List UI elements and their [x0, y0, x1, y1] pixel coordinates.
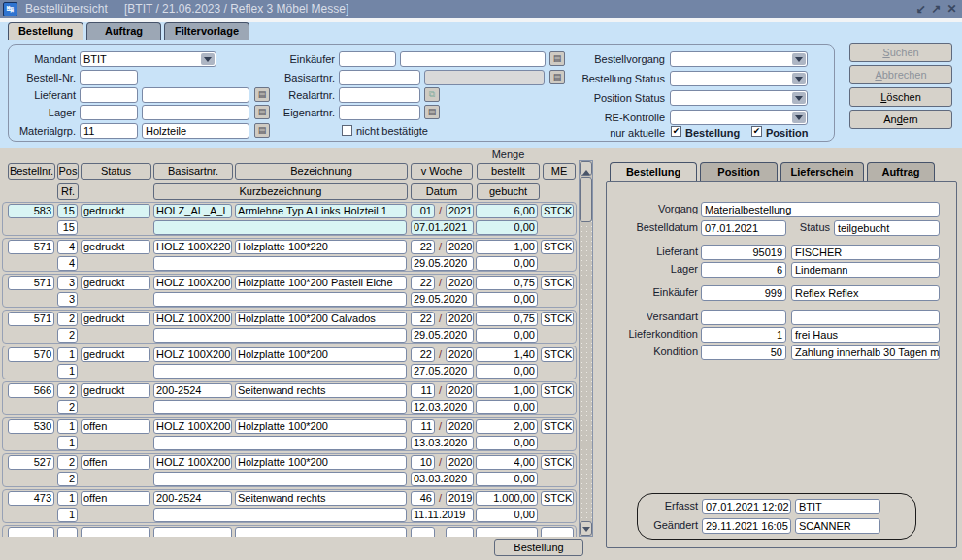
cell-jahr[interactable]: 2020	[446, 276, 474, 290]
cell-status[interactable]: gedruckt	[81, 347, 150, 362]
cell-status[interactable]: offen	[81, 491, 150, 506]
cell-gebucht[interactable]: 0,00	[476, 364, 538, 379]
header-woche[interactable]: v Woche	[411, 163, 473, 180]
nur-aktuelle-position-checkbox[interactable]: ✔	[751, 126, 762, 137]
cell-bezeichnung[interactable]: Holzplatte 100*200	[235, 455, 407, 470]
status-field[interactable]: teilgebucht	[834, 220, 940, 236]
cell-gebucht[interactable]: 0,00	[476, 472, 538, 486]
cell-jahr[interactable]: 2020	[446, 240, 474, 254]
cell-bestellnr[interactable]: 473	[8, 491, 54, 506]
cell-rf[interactable]: 2	[57, 472, 78, 486]
cell-me[interactable]: STCK	[541, 347, 574, 362]
detail-tab-lieferschein[interactable]: Lieferschein	[780, 162, 864, 181]
header-bezeichnung[interactable]: Bezeichnung	[235, 163, 408, 180]
materialgrp-lov-icon[interactable]: ▤	[254, 123, 270, 138]
cell-bestellnr[interactable]: 571	[8, 312, 54, 326]
cell-basisartnr[interactable]: HOLZ 100X200	[153, 276, 232, 290]
lager-code-input[interactable]	[80, 105, 138, 120]
lieferant-name-field[interactable]: FISCHER	[791, 245, 940, 260]
cell-datum[interactable]: 12.03.2020	[411, 400, 474, 414]
cell-kurzbezeichnung[interactable]	[153, 256, 407, 271]
cell-basisartnr[interactable]	[153, 527, 232, 537]
cell-rf[interactable]: 15	[57, 220, 78, 235]
realartnr-input[interactable]	[339, 87, 420, 103]
header-rf[interactable]: Rf.	[57, 183, 79, 200]
cell-bestellt[interactable]: 1,00	[476, 383, 538, 398]
vorgang-field[interactable]: Materialbestellung	[701, 202, 940, 217]
cell-bestellnr[interactable]: 583	[8, 204, 54, 218]
order-record[interactable]	[2, 525, 577, 537]
cell-pos[interactable]: 15	[57, 204, 78, 218]
cell-me[interactable]: STCK	[541, 455, 574, 470]
cell-bezeichnung[interactable]	[235, 527, 407, 537]
einkaeufer-name-field[interactable]: Reflex Reflex	[791, 285, 940, 301]
scrollbar-thumb[interactable]	[580, 177, 592, 222]
header-status[interactable]: Status	[81, 163, 151, 180]
cell-rf[interactable]: 3	[57, 292, 78, 307]
cell-pos[interactable]: 2	[57, 455, 78, 470]
cell-bestellnr[interactable]: 571	[8, 276, 54, 290]
cell-datum[interactable]: 07.01.2021	[411, 220, 474, 235]
erfasst-user-field[interactable]: BTIT	[795, 499, 880, 514]
cell-gebucht[interactable]: 0,00	[476, 292, 538, 307]
cell-rf[interactable]: 4	[57, 256, 78, 271]
abbrechen-button[interactable]: Abbrechen	[849, 65, 952, 84]
cell-pos[interactable]: 2	[57, 383, 78, 398]
scroll-up-icon[interactable]	[580, 161, 592, 176]
einkaeufer-code-input[interactable]	[339, 51, 396, 67]
cell-basisartnr[interactable]: HOLZ_AL_A_L	[153, 204, 232, 218]
versandart-name-field[interactable]	[791, 310, 940, 325]
lieferant-nr-field[interactable]: 95019	[701, 245, 786, 260]
cell-me[interactable]: STCK	[541, 383, 574, 398]
order-record[interactable]: 583 15 gedruckt HOLZ_AL_A_L Armlehne Typ…	[2, 202, 577, 236]
loeschen-button[interactable]: Löschen	[849, 87, 952, 107]
eigenartnr-input[interactable]	[339, 105, 420, 120]
header-gebucht[interactable]: gebucht	[477, 183, 540, 200]
cell-kurzbezeichnung[interactable]	[153, 292, 407, 307]
materialgrp-code-input[interactable]: 11	[80, 123, 138, 139]
mandant-combo[interactable]: BTIT	[80, 51, 216, 67]
bestellnr-input[interactable]	[80, 70, 138, 85]
dropdown-arrow-icon[interactable]	[201, 53, 215, 65]
cell-jahr[interactable]: 2020	[446, 455, 474, 470]
cell-woche[interactable]: 10	[411, 455, 435, 470]
cell-status[interactable]: gedruckt	[81, 312, 150, 326]
cell-gebucht[interactable]: 0,00	[476, 256, 538, 271]
kondition-nr-field[interactable]: 50	[701, 345, 786, 360]
cell-bestellnr[interactable]: 566	[8, 383, 54, 398]
cell-basisartnr[interactable]: 200-2524	[153, 383, 232, 398]
cell-woche[interactable]: 11	[411, 419, 435, 434]
order-record[interactable]: 571 2 gedruckt HOLZ 100X200 Holzplatte 1…	[2, 310, 577, 344]
bestellung-footer-button[interactable]: Bestellung	[494, 539, 583, 556]
cell-bezeichnung[interactable]: Holzplatte 100*220	[235, 240, 407, 254]
order-record[interactable]: 566 2 gedruckt 200-2524 Seitenwand recht…	[2, 381, 577, 415]
cell-kurzbezeichnung[interactable]	[153, 328, 407, 343]
cell-pos[interactable]: 1	[57, 491, 78, 506]
erfasst-datum-field[interactable]: 07.01.2021 12:02	[702, 499, 791, 514]
lager-name-input[interactable]	[142, 105, 249, 120]
bestellvorgang-combo[interactable]	[670, 51, 808, 67]
aendern-button[interactable]: Ändern	[849, 110, 952, 129]
order-record[interactable]: 527 2 offen HOLZ 100X200 Holzplatte 100*…	[2, 453, 577, 487]
lieferant-name-input[interactable]	[142, 87, 249, 103]
cell-kurzbezeichnung[interactable]	[153, 400, 407, 414]
bestelldatum-field[interactable]: 07.01.2021	[701, 220, 786, 236]
lager-name-field[interactable]: Lindemann	[791, 262, 940, 278]
cell-bestellt[interactable]: 1,00	[476, 240, 538, 254]
cell-bezeichnung[interactable]: Seitenwand rechts	[235, 491, 407, 506]
order-record[interactable]: 473 1 offen 200-2524 Seitenwand rechts 4…	[2, 489, 577, 523]
cell-status[interactable]: gedruckt	[81, 383, 150, 398]
maximize-icon[interactable]: ↗	[929, 1, 944, 16]
cell-rf[interactable]: 2	[57, 400, 78, 414]
kondition-name-field[interactable]: Zahlung innerhalb 30 Tagen mit Abz	[791, 345, 940, 360]
cell-me[interactable]: STCK	[541, 491, 574, 506]
cell-gebucht[interactable]: 0,00	[476, 220, 538, 235]
detail-tab-position[interactable]: Position	[700, 162, 778, 181]
dropdown-arrow-icon[interactable]	[792, 53, 806, 65]
cell-bestellt[interactable]: 0,75	[476, 312, 538, 326]
cell-basisartnr[interactable]: HOLZ 100X200	[153, 455, 232, 470]
cell-jahr[interactable]: 2020	[446, 347, 474, 362]
cell-woche[interactable]: 22	[411, 240, 435, 254]
cell-rf[interactable]: 1	[57, 508, 78, 522]
position-status-combo[interactable]	[670, 90, 808, 106]
